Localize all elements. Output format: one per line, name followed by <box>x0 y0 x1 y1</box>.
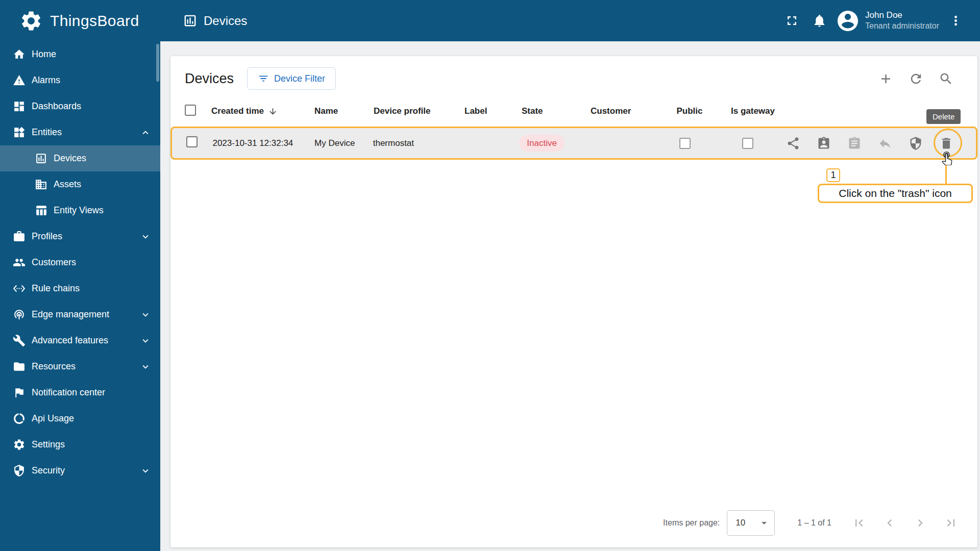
previous-page-button[interactable] <box>877 511 902 535</box>
sidebar-item-api-usage[interactable]: Api Usage <box>0 406 160 432</box>
app-root: ThingsBoard Home Alarms Dashboards Entit… <box>0 0 980 551</box>
home-icon <box>13 48 26 61</box>
user-name: John Doe <box>865 10 902 21</box>
annotation-instruction: Click on the "trash" icon <box>818 184 973 203</box>
page-title-group: Devices <box>183 13 247 28</box>
fullscreen-icon <box>785 13 799 28</box>
sidebar-item-label: Api Usage <box>32 413 74 424</box>
kebab-menu-icon <box>948 13 963 28</box>
user-info: John Doe Tenant administrator <box>865 10 939 32</box>
sidebar-item-security[interactable]: Security <box>0 458 160 484</box>
main-area: Devices John Doe Tenant administrator <box>160 0 980 551</box>
sidebar: ThingsBoard Home Alarms Dashboards Entit… <box>0 0 160 551</box>
items-per-page-label: Items per page: <box>663 518 720 528</box>
api-usage-icon <box>13 412 26 425</box>
share-button[interactable] <box>783 133 803 154</box>
sidebar-item-label: Resources <box>32 361 76 372</box>
sidebar-item-rule-chains[interactable]: Rule chains <box>0 276 160 302</box>
search-button[interactable] <box>935 67 957 90</box>
sidebar-item-label: Notification center <box>32 387 105 398</box>
sidebar-item-customers[interactable]: Customers <box>0 249 160 276</box>
chevron-down-icon <box>140 335 151 346</box>
sidebar-item-entity-views[interactable]: Entity Views <box>0 197 160 223</box>
more-menu-button[interactable] <box>944 10 967 32</box>
profiles-icon <box>13 230 26 243</box>
page-range-label: 1 – 1 of 1 <box>797 518 831 528</box>
manage-credentials-button[interactable] <box>844 133 865 154</box>
column-header-state[interactable]: State <box>518 106 586 116</box>
page-size-select[interactable]: 10 <box>727 510 775 536</box>
table-row[interactable]: 2023-10-31 12:32:34 My Device thermostat… <box>172 128 976 158</box>
app-logo[interactable]: ThingsBoard <box>0 0 160 41</box>
sidebar-item-label: Alarms <box>32 75 60 86</box>
sidebar-item-label: Rule chains <box>32 283 80 294</box>
refresh-button[interactable] <box>904 67 927 90</box>
dashboards-icon <box>13 100 26 113</box>
page-title: Devices <box>204 14 247 28</box>
card-title: Devices <box>185 71 234 87</box>
chevron-left-icon <box>883 516 897 530</box>
first-page-button[interactable] <box>847 511 871 535</box>
chevron-down-icon <box>140 465 151 477</box>
row-checkbox[interactable] <box>186 136 198 147</box>
last-page-button[interactable] <box>939 511 963 535</box>
column-header-created-time[interactable]: Created time <box>207 106 310 116</box>
alarms-icon <box>13 74 26 87</box>
chevron-down-icon <box>140 231 151 242</box>
user-menu-button[interactable]: John Doe Tenant administrator <box>836 9 939 33</box>
sidebar-item-edge-management[interactable]: Edge management <box>0 302 160 328</box>
column-header-public[interactable]: Public <box>662 106 717 116</box>
app-name: ThingsBoard <box>50 12 139 30</box>
sidebar-item-settings[interactable]: Settings <box>0 432 160 458</box>
sidebar-item-entities[interactable]: Entities <box>0 119 160 145</box>
is-gateway-checkbox[interactable] <box>742 138 753 149</box>
column-header-name[interactable]: Name <box>310 106 370 116</box>
column-header-device-profile[interactable]: Device profile <box>370 106 460 116</box>
chevron-right-icon <box>913 516 927 530</box>
column-header-label[interactable]: Label <box>460 106 518 116</box>
devices-icon <box>183 13 198 28</box>
devices-icon <box>35 152 47 165</box>
security-button[interactable] <box>905 133 926 154</box>
sidebar-item-label: Dashboards <box>32 101 81 112</box>
assign-to-customer-button[interactable] <box>814 133 834 154</box>
notifications-button[interactable] <box>808 10 830 32</box>
public-checkbox[interactable] <box>679 138 691 149</box>
select-all-cell <box>170 105 207 118</box>
select-all-checkbox[interactable] <box>185 105 196 116</box>
sidebar-item-assets[interactable]: Assets <box>0 171 160 197</box>
column-header-customer[interactable]: Customer <box>586 106 662 116</box>
sidebar-item-resources[interactable]: Resources <box>0 354 160 380</box>
paginator-buttons <box>847 511 963 535</box>
add-device-button[interactable] <box>874 67 897 90</box>
sidebar-item-advanced-features[interactable]: Advanced features <box>0 328 160 354</box>
state-badge: Inactive <box>519 135 565 152</box>
sidebar-item-notification-center[interactable]: Notification center <box>0 380 160 406</box>
next-page-button[interactable] <box>908 511 933 535</box>
sidebar-item-label: Home <box>32 49 56 60</box>
cell-is-gateway <box>713 138 783 149</box>
sidebar-item-dashboards[interactable]: Dashboards <box>0 93 160 119</box>
unassign-button[interactable] <box>875 133 895 154</box>
fullscreen-button[interactable] <box>780 10 803 32</box>
settings-icon <box>13 438 26 451</box>
sidebar-item-label: Customers <box>32 257 76 268</box>
sidebar-nav: Home Alarms Dashboards Entities Devices <box>0 41 160 484</box>
sidebar-scrollbar[interactable] <box>156 44 159 82</box>
sidebar-item-profiles[interactable]: Profiles <box>0 223 160 249</box>
sidebar-item-label: Security <box>32 465 65 476</box>
sidebar-item-devices[interactable]: Devices <box>0 145 160 171</box>
column-header-is-gateway[interactable]: Is gateway <box>717 106 789 116</box>
notifications-bell-icon <box>812 13 827 28</box>
cell-name: My Device <box>310 138 369 148</box>
device-filter-button[interactable]: Device Filter <box>247 67 336 90</box>
sidebar-item-alarms[interactable]: Alarms <box>0 67 160 93</box>
notification-center-icon <box>13 386 26 399</box>
cell-created-time: 2023-10-31 12:32:34 <box>208 138 310 148</box>
cell-state: Inactive <box>515 138 583 148</box>
shield-icon <box>909 136 923 151</box>
sidebar-item-home[interactable]: Home <box>0 41 160 67</box>
entity-views-icon <box>35 204 47 217</box>
sidebar-item-label: Devices <box>54 153 86 164</box>
manage-credentials-icon <box>847 136 862 151</box>
